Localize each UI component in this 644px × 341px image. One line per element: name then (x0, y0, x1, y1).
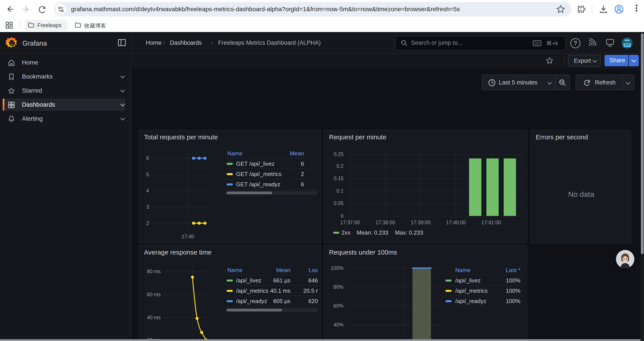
panel-total-requests[interactable]: Total requests per minute 6 5 4 (139, 130, 321, 243)
legend-name[interactable]: /api/_livez (455, 277, 481, 284)
legend-name[interactable]: /api/_livez (236, 277, 262, 284)
url-text[interactable]: grafana.mathmast.com/d/deytv4rwavabkb/fr… (71, 6, 460, 13)
series-swatch (333, 232, 339, 234)
home-icon (8, 59, 15, 67)
legend-last: 646 (302, 277, 318, 284)
reload-icon[interactable] (37, 4, 47, 15)
x-tick: 17:40:00 (443, 219, 469, 226)
screen: grafana.mathmast.com/d/deytv4rwavabkb/fr… (0, 0, 644, 341)
sidebar-item-label: Alerting (22, 115, 43, 122)
legend-header-name[interactable]: Name (227, 150, 242, 157)
help-icon[interactable]: ? (570, 38, 580, 48)
bookmark-item-blog[interactable]: 收藏博客 (72, 20, 113, 31)
vertical-scrollbar-thumb[interactable] (641, 33, 644, 254)
series-swatch (227, 279, 233, 281)
floating-assistant-avatar[interactable] (616, 250, 634, 268)
collapse-sidebar-icon[interactable] (118, 39, 126, 46)
legend-name[interactable]: GET /api/_livez (236, 160, 275, 167)
share-button[interactable]: Share (604, 55, 628, 66)
sidebar: Grafana Home Bookmarks (0, 32, 131, 341)
bookmark-star-icon[interactable] (556, 4, 566, 15)
legend-last: 20.5 r (302, 287, 318, 294)
legend-header-name[interactable]: Name (455, 267, 470, 274)
y-tick: 80 ms (143, 268, 161, 274)
vertical-scrollbar[interactable] (640, 32, 644, 341)
breadcrumb-home[interactable]: Home (146, 40, 162, 46)
refresh-label: Refresh (595, 79, 616, 86)
x-tick: 17:40 (177, 233, 199, 240)
bookmark-label: Freeleaps (37, 22, 62, 29)
sidebar-item-starred[interactable]: Starred (0, 84, 131, 98)
legend-mean: 6 (282, 160, 304, 167)
legend-header-last[interactable]: Last * (498, 267, 520, 274)
forward-icon[interactable] (20, 4, 31, 15)
apps-grid-icon[interactable] (5, 21, 13, 29)
series-swatch (227, 163, 233, 165)
clock-icon (488, 79, 496, 87)
refresh-button[interactable]: Refresh (576, 75, 634, 90)
legend-name[interactable]: /api/_readyz (455, 298, 486, 304)
legend-header-mean[interactable]: Mean (268, 267, 290, 274)
chevron-down-icon (626, 80, 630, 85)
user-avatar[interactable] (622, 38, 632, 49)
extensions-icon[interactable] (575, 4, 586, 15)
panel-requests-under-100ms[interactable]: Requests under 100ms 100% 80% 60% 40% (324, 245, 527, 341)
share-dropdown-button[interactable] (629, 55, 639, 66)
legend-mean: 661 µs (268, 277, 290, 284)
legend-name[interactable]: /api/_metrics (455, 287, 488, 294)
p5-chart (324, 245, 528, 341)
search-input[interactable]: Search or jump to... ⌘+k (395, 36, 566, 51)
p2-chart (324, 130, 528, 244)
download-icon[interactable] (598, 4, 609, 15)
y-tick: 3 (140, 204, 149, 210)
sidebar-item-bookmarks[interactable]: Bookmarks (0, 70, 131, 84)
favorite-star-icon[interactable] (545, 57, 554, 65)
profile-icon[interactable] (614, 4, 624, 15)
export-button[interactable]: Export (568, 55, 600, 66)
grafana-logo-icon[interactable] (6, 37, 18, 49)
y-tick: 2 (140, 220, 149, 226)
x-tick: 17:39:00 (408, 219, 434, 226)
panel-request-per-minute[interactable]: Request per minute 0.25 0.2 (324, 130, 527, 243)
toolbar-divider (592, 5, 592, 14)
time-range-label: Last 5 minutes (499, 79, 538, 86)
sidebar-item-label: Home (22, 59, 38, 66)
rss-icon[interactable] (587, 38, 597, 47)
bookmark-icon (8, 73, 15, 81)
legend-name[interactable]: /api/_readyz (236, 298, 267, 304)
site-settings-icon[interactable] (56, 4, 66, 15)
legend-series[interactable]: 2xx (342, 229, 350, 236)
back-icon[interactable] (5, 4, 15, 15)
breadcrumb-separator: › (163, 40, 165, 46)
url-bar[interactable]: grafana.mathmast.com/d/deytv4rwavabkb/fr… (54, 2, 572, 17)
breadcrumb-dashboards[interactable]: Dashboards (170, 40, 202, 46)
horizontal-scrollbar[interactable] (0, 339, 640, 341)
legend-name[interactable]: GET /api/_readyz (236, 181, 280, 188)
series-swatch (446, 300, 452, 302)
legend-name[interactable]: /api/_metrics (236, 287, 268, 294)
legend-header-name[interactable]: Name (227, 267, 242, 274)
legend-scrollbar[interactable] (225, 191, 318, 195)
chevron-down-icon (120, 88, 125, 92)
sidebar-item-dashboards[interactable]: Dashboards (0, 98, 131, 112)
y-tick: 40 ms (143, 314, 161, 320)
menu-kebab-icon[interactable]: ⋮ (632, 3, 641, 15)
legend-scrollbar[interactable] (225, 308, 318, 312)
zoom-out-icon[interactable] (558, 79, 566, 87)
bookmark-item-freeleaps[interactable]: Freeleaps (24, 20, 68, 31)
search-icon (400, 39, 408, 47)
legend-name[interactable]: GET /api/_metrics (236, 171, 282, 178)
time-range-picker[interactable]: Last 5 minutes (482, 75, 570, 90)
y-tick: 6 (140, 155, 149, 161)
legend-header-mean[interactable]: Mean (282, 150, 304, 157)
legend-last: 100% (498, 298, 520, 304)
sidebar-item-alerting[interactable]: Alerting (0, 112, 131, 126)
sidebar-item-home[interactable]: Home (0, 56, 131, 70)
dashboards-grid-icon (8, 101, 15, 109)
monitor-icon[interactable] (605, 38, 615, 47)
y-tick: 0.2 (328, 163, 344, 169)
sidebar-item-label: Dashboards (22, 101, 55, 108)
panel-avg-response-time[interactable]: Average response time 80 ms (139, 245, 321, 341)
legend-header-last[interactable]: Las (302, 267, 318, 274)
panel-errors-per-second[interactable]: Errors per second No data (530, 130, 631, 243)
